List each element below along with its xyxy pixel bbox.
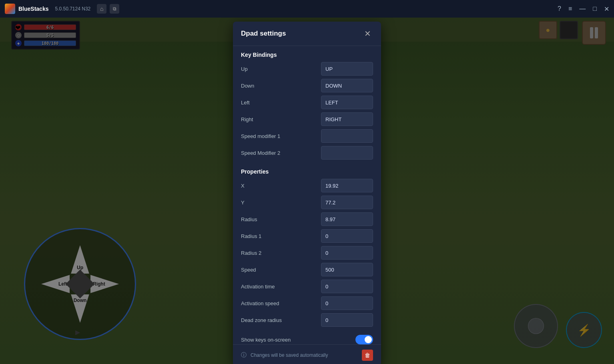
prop-radius1-label: Radius 1 (241, 233, 261, 239)
prop-activation-speed: Activation speed (241, 296, 373, 310)
key-left-label: Left (241, 100, 250, 106)
app-version: 5.0.50.7124 N32 (55, 6, 90, 12)
modal-title: Dpad settings (241, 30, 286, 38)
modal-close-button[interactable]: ✕ (362, 28, 373, 39)
minimize-icon[interactable]: — (579, 5, 586, 12)
prop-radius: Radius (241, 212, 373, 226)
key-binding-speed1: Speed modifier 1 (241, 129, 373, 143)
toggle-thumb (365, 336, 372, 343)
key-binding-left: Left (241, 96, 373, 109)
home-button[interactable]: ⌂ (97, 4, 106, 14)
top-bar: BlueStacks 5.0.50.7124 N32 ⌂ ⧉ ? ≡ — □ ✕ (0, 0, 614, 18)
prop-activation-time-input[interactable] (321, 280, 373, 293)
prop-radius1-input[interactable] (321, 229, 373, 243)
prop-radius2-label: Radius 2 (241, 250, 261, 256)
prop-dead-zone-label: Dead zone radius (241, 317, 282, 323)
prop-radius1: Radius 1 (241, 229, 373, 243)
key-binding-speed2: Speed Modifier 2 (241, 146, 373, 160)
prop-radius2: Radius 2 (241, 246, 373, 260)
modal-overlay: Dpad settings ✕ Key Bindings Up Down Lef… (0, 0, 614, 364)
close-icon[interactable]: ✕ (604, 5, 609, 13)
key-left-input[interactable] (321, 96, 373, 109)
show-keys-row: Show keys on-screen (241, 330, 373, 344)
key-down-label: Down (241, 83, 254, 89)
bluestacks-logo (5, 4, 15, 14)
show-keys-toggle[interactable] (355, 335, 373, 344)
help-icon[interactable]: ? (558, 5, 561, 12)
key-up-label: Up (241, 66, 248, 72)
modal-header: Dpad settings ✕ (233, 22, 381, 46)
prop-radius2-input[interactable] (321, 246, 373, 260)
modal-footer: ⓘ Changes will be saved automatically 🗑 (233, 344, 381, 364)
prop-y-input[interactable] (321, 196, 373, 209)
key-binding-right: Right (241, 112, 373, 126)
key-right-input[interactable] (321, 112, 373, 126)
app-title: BlueStacks (18, 6, 48, 12)
prop-radius-label: Radius (241, 216, 257, 222)
prop-x: X (241, 179, 373, 192)
top-bar-actions: ? ≡ — □ ✕ (558, 5, 609, 13)
prop-x-input[interactable] (321, 179, 373, 192)
key-right-label: Right (241, 116, 253, 122)
key-up-input[interactable] (321, 62, 373, 76)
prop-x-label: X (241, 183, 245, 189)
restore-icon[interactable]: □ (593, 5, 597, 12)
layers-icon: ⧉ (113, 6, 116, 12)
key-down-input[interactable] (321, 79, 373, 92)
key-bindings-section-title: Key Bindings (241, 46, 373, 62)
close-x-icon: ✕ (364, 29, 371, 38)
prop-speed-input[interactable] (321, 263, 373, 276)
prop-speed: Speed (241, 263, 373, 276)
info-icon: ⓘ (241, 352, 247, 359)
prop-dead-zone-input[interactable] (321, 313, 373, 327)
menu-icon[interactable]: ≡ (568, 5, 572, 12)
key-speed1-input[interactable] (321, 129, 373, 143)
prop-activation-time-label: Activation time (241, 284, 275, 290)
key-speed2-input[interactable] (321, 146, 373, 160)
dpad-settings-modal: Dpad settings ✕ Key Bindings Up Down Lef… (233, 22, 381, 364)
prop-dead-zone: Dead zone radius (241, 313, 373, 327)
properties-section-title: Properties (241, 163, 373, 179)
prop-speed-label: Speed (241, 267, 256, 273)
trash-icon: 🗑 (365, 352, 370, 358)
modal-body[interactable]: Key Bindings Up Down Left Right Speed mo… (233, 46, 381, 344)
prop-y-label: Y (241, 200, 245, 206)
prop-activation-time: Activation time (241, 280, 373, 293)
key-binding-up: Up (241, 62, 373, 76)
footer-save-text: Changes will be saved automatically (251, 352, 358, 358)
key-binding-down: Down (241, 79, 373, 92)
prop-radius-input[interactable] (321, 212, 373, 226)
key-speed2-label: Speed Modifier 2 (241, 150, 280, 156)
key-speed1-label: Speed modifier 1 (241, 133, 280, 139)
layers-button[interactable]: ⧉ (110, 4, 119, 14)
prop-y: Y (241, 196, 373, 209)
delete-button[interactable]: 🗑 (362, 350, 373, 361)
show-keys-label: Show keys on-screen (241, 337, 291, 343)
prop-activation-speed-label: Activation speed (241, 300, 279, 306)
home-icon: ⌂ (100, 6, 103, 12)
prop-activation-speed-input[interactable] (321, 296, 373, 310)
